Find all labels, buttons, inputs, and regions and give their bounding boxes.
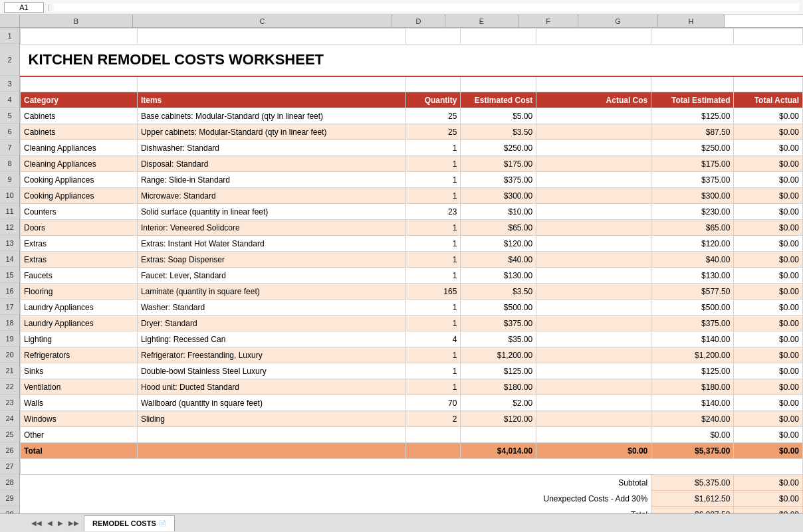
- cell-est-9[interactable]: $375.00: [461, 172, 536, 188]
- cell-cat-22[interactable]: Ventilation: [21, 379, 138, 395]
- cell-act-12[interactable]: [536, 220, 651, 236]
- cell-c3[interactable]: [137, 76, 405, 92]
- cell-qty-16[interactable]: 165: [405, 284, 461, 300]
- formula-input[interactable]: [54, 3, 799, 11]
- cell-totEst-6[interactable]: $87.50: [651, 124, 734, 140]
- cell-totEst-9[interactable]: $375.00: [651, 172, 734, 188]
- nav-next-arrow[interactable]: ▶: [56, 519, 65, 527]
- cell-est-18[interactable]: $375.00: [461, 315, 536, 331]
- cell-totAct-6[interactable]: $0.00: [734, 124, 803, 140]
- col-header-h[interactable]: H: [658, 15, 725, 27]
- cell-items-24[interactable]: Sliding: [137, 411, 405, 427]
- cell-items-15[interactable]: Faucet: Lever, Standard: [137, 268, 405, 284]
- cell-totEst-19[interactable]: $140.00: [651, 331, 734, 347]
- cell-items-8[interactable]: Disposal: Standard: [137, 156, 405, 172]
- cell-totAct-8[interactable]: $0.00: [734, 156, 803, 172]
- cell-totAct-19[interactable]: $0.00: [734, 331, 803, 347]
- cell-est-7[interactable]: $250.00: [461, 140, 536, 156]
- cell-est-20[interactable]: $1,200.00: [461, 347, 536, 363]
- cell-h3[interactable]: [734, 76, 803, 92]
- col-header-f[interactable]: F: [518, 15, 578, 27]
- cell-est-6[interactable]: $3.50: [461, 124, 536, 140]
- cell-totAct-25[interactable]: $0.00: [734, 427, 803, 443]
- cell-act-10[interactable]: [536, 188, 651, 204]
- cell-items-23[interactable]: Wallboard (quantity in square feet): [137, 395, 405, 411]
- cell-act-21[interactable]: [536, 363, 651, 379]
- cell-totEst-15[interactable]: $130.00: [651, 268, 734, 284]
- cell-totAct-12[interactable]: $0.00: [734, 220, 803, 236]
- cell-cat-5[interactable]: Cabinets: [21, 108, 138, 124]
- cell-act-18[interactable]: [536, 315, 651, 331]
- cell-totAct-14[interactable]: $0.00: [734, 252, 803, 268]
- cell-totAct-10[interactable]: $0.00: [734, 188, 803, 204]
- cell-totEst-14[interactable]: $40.00: [651, 252, 734, 268]
- cell-cat-10[interactable]: Cooking Appliances: [21, 188, 138, 204]
- cell-items-5[interactable]: Base cabinets: Modular-Standard (qty in …: [137, 108, 405, 124]
- cell-qty-21[interactable]: 1: [405, 363, 461, 379]
- nav-last-arrow[interactable]: ▶▶: [66, 519, 81, 527]
- cell-act-19[interactable]: [536, 331, 651, 347]
- col-header-d[interactable]: D: [392, 15, 445, 27]
- cell-est-12[interactable]: $65.00: [461, 220, 536, 236]
- cell-totEst-5[interactable]: $125.00: [651, 108, 734, 124]
- cell-totAct-22[interactable]: $0.00: [734, 379, 803, 395]
- cell-totAct-23[interactable]: $0.00: [734, 395, 803, 411]
- cell-items-21[interactable]: Double-bowl Stainless Steel Luxury: [137, 363, 405, 379]
- cell-qty-13[interactable]: 1: [405, 236, 461, 252]
- cell-cat-8[interactable]: Cleaning Appliances: [21, 156, 138, 172]
- cell-items-17[interactable]: Washer: Standard: [137, 300, 405, 315]
- cell-cat-11[interactable]: Counters: [21, 204, 138, 220]
- cell-totEst-20[interactable]: $1,200.00: [651, 347, 734, 363]
- cell-cat-21[interactable]: Sinks: [21, 363, 138, 379]
- cell-cat-25[interactable]: Other: [21, 427, 138, 443]
- cell-qty-22[interactable]: 1: [405, 379, 461, 395]
- col-header-g[interactable]: G: [578, 15, 658, 27]
- cell-f1[interactable]: [536, 29, 651, 44]
- cell-totEst-21[interactable]: $125.00: [651, 363, 734, 379]
- cell-items-18[interactable]: Dryer: Standard: [137, 315, 405, 331]
- cell-qty-12[interactable]: 1: [405, 220, 461, 236]
- cell-act-5[interactable]: [536, 108, 651, 124]
- cell-totAct-16[interactable]: $0.00: [734, 284, 803, 300]
- cell-qty-17[interactable]: 1: [405, 300, 461, 315]
- cell-act-15[interactable]: [536, 268, 651, 284]
- cell-qty-6[interactable]: 25: [405, 124, 461, 140]
- cell-totEst-23[interactable]: $140.00: [651, 395, 734, 411]
- cell-totEst-18[interactable]: $375.00: [651, 315, 734, 331]
- cell-cat-14[interactable]: Extras: [21, 252, 138, 268]
- cell-items-22[interactable]: Hood unit: Ducted Standard: [137, 379, 405, 395]
- name-box[interactable]: A1: [4, 2, 44, 13]
- cell-qty-7[interactable]: 1: [405, 140, 461, 156]
- cell-est-13[interactable]: $120.00: [461, 236, 536, 252]
- cell-est-24[interactable]: $120.00: [461, 411, 536, 427]
- cell-qty-8[interactable]: 1: [405, 156, 461, 172]
- cell-d3[interactable]: [405, 76, 461, 92]
- cell-items-19[interactable]: Lighting: Recessed Can: [137, 331, 405, 347]
- cell-est-19[interactable]: $35.00: [461, 331, 536, 347]
- cell-items-20[interactable]: Refrigerator: Freestanding, Luxury: [137, 347, 405, 363]
- cell-cat-13[interactable]: Extras: [21, 236, 138, 252]
- cell-qty-19[interactable]: 4: [405, 331, 461, 347]
- cell-totEst-17[interactable]: $500.00: [651, 300, 734, 315]
- cell-totEst-8[interactable]: $175.00: [651, 156, 734, 172]
- cell-totAct-18[interactable]: $0.00: [734, 315, 803, 331]
- cell-totEst-11[interactable]: $230.00: [651, 204, 734, 220]
- cell-items-7[interactable]: Dishwasher: Standard: [137, 140, 405, 156]
- cell-totAct-5[interactable]: $0.00: [734, 108, 803, 124]
- col-header-e[interactable]: E: [445, 15, 518, 27]
- cell-act-22[interactable]: [536, 379, 651, 395]
- cell-c1[interactable]: [137, 29, 405, 44]
- cell-totEst-24[interactable]: $240.00: [651, 411, 734, 427]
- cell-qty-14[interactable]: 1: [405, 252, 461, 268]
- cell-cat-19[interactable]: Lighting: [21, 331, 138, 347]
- cell-items-25[interactable]: [137, 427, 405, 443]
- cell-qty-5[interactable]: 25: [405, 108, 461, 124]
- cell-cat-15[interactable]: Faucets: [21, 268, 138, 284]
- cell-g3[interactable]: [651, 76, 734, 92]
- cell-cat-18[interactable]: Laundry Appliances: [21, 315, 138, 331]
- cell-items-12[interactable]: Interior: Veneered Solidcore: [137, 220, 405, 236]
- col-header-b[interactable]: B: [20, 15, 133, 27]
- cell-cat-6[interactable]: Cabinets: [21, 124, 138, 140]
- cell-qty-10[interactable]: 1: [405, 188, 461, 204]
- cell-est-23[interactable]: $2.00: [461, 395, 536, 411]
